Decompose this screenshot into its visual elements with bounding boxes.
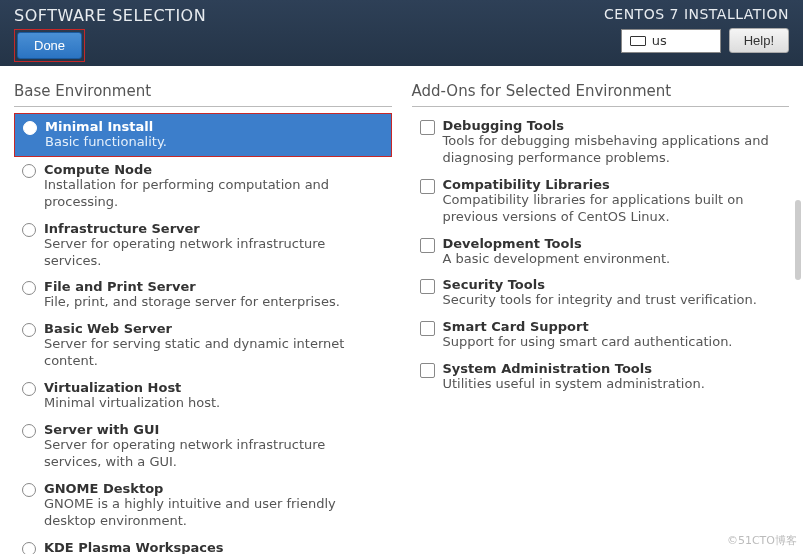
addon-item[interactable]: Development ToolsA basic development env…	[412, 231, 790, 273]
addon-item-name: Security Tools	[443, 277, 782, 292]
env-item-name: File and Print Server	[44, 279, 384, 294]
addon-item-desc: A basic development environment.	[443, 251, 782, 268]
addon-item[interactable]: Compatibility LibrariesCompatibility lib…	[412, 172, 790, 231]
header-bar: SOFTWARE SELECTION Done CENTOS 7 INSTALL…	[0, 0, 803, 66]
keyboard-icon	[630, 36, 646, 46]
installer-title: CENTOS 7 INSTALLATION	[604, 6, 789, 22]
checkbox-icon	[420, 120, 435, 135]
env-item-desc: File, print, and storage server for ente…	[44, 294, 384, 311]
keyboard-layout-selector[interactable]: us	[621, 29, 721, 53]
env-item-desc: Installation for performing computation …	[44, 177, 384, 211]
help-button[interactable]: Help!	[729, 28, 789, 53]
radio-icon	[22, 483, 36, 497]
env-item-desc: Basic functionality.	[45, 134, 383, 151]
base-env-item[interactable]: Server with GUIServer for operating netw…	[14, 417, 392, 476]
addon-item-name: Compatibility Libraries	[443, 177, 782, 192]
base-env-item[interactable]: GNOME DesktopGNOME is a highly intuitive…	[14, 476, 392, 535]
keyboard-layout-label: us	[652, 33, 667, 48]
addon-item-name: Debugging Tools	[443, 118, 782, 133]
done-button[interactable]: Done	[17, 32, 82, 59]
env-item-name: GNOME Desktop	[44, 481, 384, 496]
checkbox-icon	[420, 321, 435, 336]
base-env-item[interactable]: KDE Plasma WorkspacesThe KDE Plasma Work…	[14, 535, 392, 554]
addon-item-desc: Support for using smart card authenticat…	[443, 334, 782, 351]
env-item-name: Basic Web Server	[44, 321, 384, 336]
env-item-desc: Minimal virtualization host.	[44, 395, 384, 412]
radio-icon	[23, 121, 37, 135]
addon-item-name: Development Tools	[443, 236, 782, 251]
addon-item-desc: Security tools for integrity and trust v…	[443, 292, 782, 309]
addon-item[interactable]: Smart Card SupportSupport for using smar…	[412, 314, 790, 356]
radio-icon	[22, 424, 36, 438]
checkbox-icon	[420, 238, 435, 253]
checkbox-icon	[420, 363, 435, 378]
checkbox-icon	[420, 279, 435, 294]
done-highlight-box: Done	[14, 29, 85, 62]
base-env-item[interactable]: Compute NodeInstallation for performing …	[14, 157, 392, 216]
base-env-item[interactable]: Basic Web ServerServer for serving stati…	[14, 316, 392, 375]
addon-item[interactable]: Debugging ToolsTools for debugging misbe…	[412, 113, 790, 172]
addon-item-desc: Compatibility libraries for applications…	[443, 192, 782, 226]
addon-item-desc: Utilities useful in system administratio…	[443, 376, 782, 393]
radio-icon	[22, 323, 36, 337]
env-item-desc: Server for operating network infrastruct…	[44, 437, 384, 471]
addons-list: Debugging ToolsTools for debugging misbe…	[412, 113, 790, 398]
base-env-item[interactable]: Minimal InstallBasic functionality.	[14, 113, 392, 157]
base-environment-column: Base Environment Minimal InstallBasic fu…	[14, 82, 402, 554]
base-env-list: Minimal InstallBasic functionality.Compu…	[14, 113, 392, 554]
addon-item-desc: Tools for debugging misbehaving applicat…	[443, 133, 782, 167]
addon-item-name: System Administration Tools	[443, 361, 782, 376]
env-item-name: Compute Node	[44, 162, 384, 177]
addons-column: Add-Ons for Selected Environment Debuggi…	[402, 82, 790, 554]
env-item-desc: GNOME is a highly intuitive and user fri…	[44, 496, 384, 530]
checkbox-icon	[420, 179, 435, 194]
env-item-name: KDE Plasma Workspaces	[44, 540, 384, 554]
env-item-desc: Server for operating network infrastruct…	[44, 236, 384, 270]
env-item-desc: Server for serving static and dynamic in…	[44, 336, 384, 370]
page-title: SOFTWARE SELECTION	[14, 6, 206, 25]
addon-item[interactable]: System Administration ToolsUtilities use…	[412, 356, 790, 398]
watermark: ©51CTO博客	[727, 533, 797, 548]
env-item-name: Minimal Install	[45, 119, 383, 134]
base-env-item[interactable]: File and Print ServerFile, print, and st…	[14, 274, 392, 316]
env-item-name: Infrastructure Server	[44, 221, 384, 236]
content-area: Base Environment Minimal InstallBasic fu…	[0, 66, 803, 554]
radio-icon	[22, 164, 36, 178]
env-item-name: Virtualization Host	[44, 380, 384, 395]
addon-item-name: Smart Card Support	[443, 319, 782, 334]
addons-title: Add-Ons for Selected Environment	[412, 82, 790, 107]
radio-icon	[22, 542, 36, 554]
base-env-item[interactable]: Infrastructure ServerServer for operatin…	[14, 216, 392, 275]
base-env-title: Base Environment	[14, 82, 392, 107]
base-env-item[interactable]: Virtualization HostMinimal virtualizatio…	[14, 375, 392, 417]
scrollbar-thumb[interactable]	[795, 200, 801, 280]
radio-icon	[22, 281, 36, 295]
env-item-name: Server with GUI	[44, 422, 384, 437]
radio-icon	[22, 223, 36, 237]
addon-item[interactable]: Security ToolsSecurity tools for integri…	[412, 272, 790, 314]
radio-icon	[22, 382, 36, 396]
